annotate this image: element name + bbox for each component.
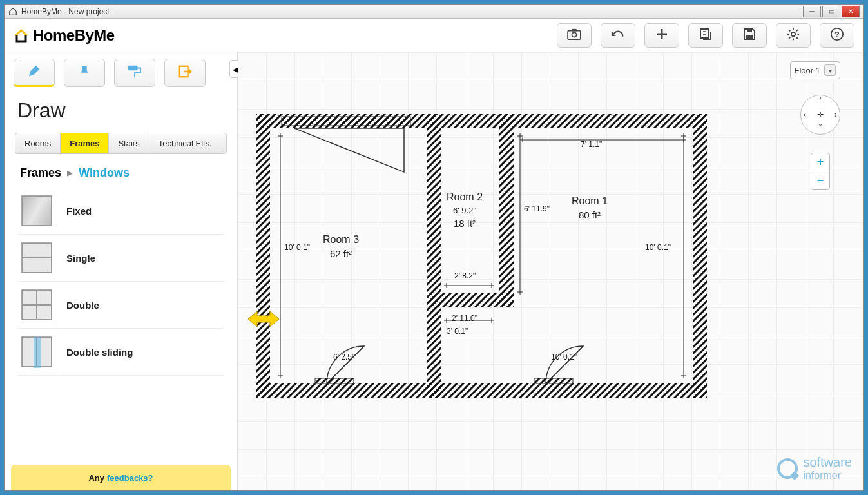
app-name: HomeByMe (33, 26, 115, 44)
app-toolbar: HomeByMe ? (5, 19, 863, 52)
mode-tab-draw[interactable] (14, 59, 55, 87)
copy-icon (699, 28, 712, 43)
window-maximize-button[interactable]: ▭ (822, 6, 840, 17)
svg-rect-19 (499, 114, 514, 307)
pin-icon (77, 64, 92, 81)
svg-rect-22 (427, 307, 441, 398)
feedback-link: feedbacks? (107, 473, 153, 483)
svg-rect-16 (256, 114, 270, 398)
svg-marker-34 (248, 311, 279, 327)
help-button[interactable]: ? (820, 23, 854, 48)
pan-up-icon[interactable]: ˄ (818, 97, 822, 106)
pan-down-icon[interactable]: ˅ (818, 124, 822, 133)
copy-button[interactable] (688, 23, 723, 48)
mode-tab-furnish[interactable] (64, 59, 105, 87)
breadcrumb: Frames ▸ Windows (5, 163, 237, 188)
window-minimize-button[interactable]: ─ (803, 6, 821, 17)
item-label: Fixed (66, 206, 92, 217)
photo-button[interactable] (557, 23, 592, 48)
svg-line-25 (546, 346, 583, 383)
undo-button[interactable] (601, 23, 635, 48)
svg-text:?: ? (834, 29, 840, 39)
save-icon (743, 28, 756, 43)
svg-rect-24 (315, 378, 354, 383)
svg-rect-17 (427, 114, 441, 307)
svg-rect-3 (700, 29, 708, 38)
subtab-rooms[interactable]: Rooms (15, 133, 61, 153)
svg-rect-4 (746, 35, 753, 39)
floor-selector[interactable]: Floor 1 ▾ (790, 61, 840, 79)
camera-icon (567, 28, 581, 43)
dim-gap-h: 3' 0.1" (447, 327, 468, 336)
app-logo[interactable]: HomeByMe (14, 26, 115, 44)
mode-tab-export[interactable] (164, 59, 206, 87)
item-label: Double (66, 300, 99, 311)
thumb-fixed-icon (21, 195, 52, 226)
svg-rect-5 (747, 29, 752, 32)
breadcrumb-cat2[interactable]: Windows (79, 166, 130, 179)
svg-rect-14 (256, 383, 707, 398)
room2-label: Room 2 6' 9.2" 18 ft² (447, 191, 483, 229)
help-icon: ? (830, 27, 844, 44)
svg-rect-15 (693, 114, 707, 398)
thumb-double-icon (21, 289, 52, 320)
dim-r1-width: 7' 1.1" (581, 140, 602, 149)
item-label: Single (66, 253, 95, 264)
save-button[interactable] (732, 23, 767, 48)
window-titlebar: HomeByMe - New project ─ ▭ ✕ (5, 5, 863, 19)
mode-tab-decorate[interactable] (114, 59, 155, 87)
app-icon (8, 7, 17, 16)
window-item-double-sliding[interactable]: Double sliding (17, 329, 224, 376)
pan-control[interactable]: ˄ ˅ ‹ › ✛ (800, 95, 840, 135)
pan-center-icon[interactable]: ✛ (817, 110, 824, 119)
subtab-frames[interactable]: Frames (61, 133, 109, 153)
roller-icon (127, 64, 142, 81)
room3-label: Room 3 62 ft² (323, 234, 359, 259)
window-close-button[interactable]: ✕ (842, 6, 860, 17)
svg-rect-27 (282, 117, 410, 126)
window-item-single[interactable]: Single (17, 235, 224, 282)
floor-plan[interactable]: Room 3 62 ft² Room 2 6' 9.2" 18 ft² Room… (256, 114, 707, 398)
thumb-double-sliding-icon (21, 336, 52, 367)
thumb-single-icon (21, 242, 52, 273)
window-item-fixed[interactable]: Fixed (17, 188, 224, 235)
feedback-bar[interactable]: Any feedbacks? (11, 465, 231, 490)
svg-rect-20 (427, 293, 514, 307)
item-list: Fixed Single Double Double sliding (5, 188, 237, 376)
breadcrumb-cat1[interactable]: Frames (20, 166, 61, 179)
room1-label: Room 1 80 ft² (572, 195, 608, 220)
pan-right-icon[interactable]: › (834, 110, 837, 119)
export-icon (178, 64, 192, 81)
svg-line-23 (327, 346, 364, 383)
floor-label: Floor 1 (795, 66, 820, 75)
undo-icon (611, 28, 625, 43)
dim-gap-w: 2' 11.0" (452, 314, 477, 323)
pencil-icon (27, 64, 41, 81)
zoom-control: + − (811, 153, 830, 190)
subtab-stairs[interactable]: Stairs (109, 133, 149, 153)
chevron-down-icon: ▾ (824, 64, 836, 76)
sidebar: ◀◀ Draw Rooms Frames Stairs Technical El… (5, 52, 238, 490)
svg-rect-9 (128, 66, 138, 70)
subtab-technical[interactable]: Technical Elts. (149, 133, 226, 153)
settings-button[interactable] (776, 23, 811, 48)
window-item-double[interactable]: Double (17, 282, 224, 329)
add-button[interactable] (644, 23, 679, 48)
software-informer-watermark: software informer (777, 455, 852, 481)
dim-r1-left-h: 6' 11.9" (524, 204, 550, 213)
dim-r3-height: 10' 0.1" (284, 243, 310, 252)
zoom-out-button[interactable]: − (811, 171, 829, 189)
subtabs: Rooms Frames Stairs Technical Elts. (15, 133, 227, 154)
svg-point-1 (572, 32, 576, 37)
house-icon (14, 28, 29, 43)
dim-r2-bottom: 2' 8.2" (454, 271, 476, 280)
zoom-in-button[interactable]: + (811, 153, 829, 171)
gear-icon (786, 27, 800, 44)
window-title: HomeByMe - New project (21, 7, 110, 16)
pan-left-icon[interactable]: ‹ (804, 110, 806, 119)
svg-rect-26 (534, 378, 573, 383)
section-title: Draw (5, 87, 237, 128)
canvas-area[interactable]: Floor 1 ▾ ˄ ˅ ‹ › ✛ + − (238, 52, 863, 490)
item-label: Double sliding (66, 347, 133, 358)
software-informer-icon (777, 458, 798, 479)
